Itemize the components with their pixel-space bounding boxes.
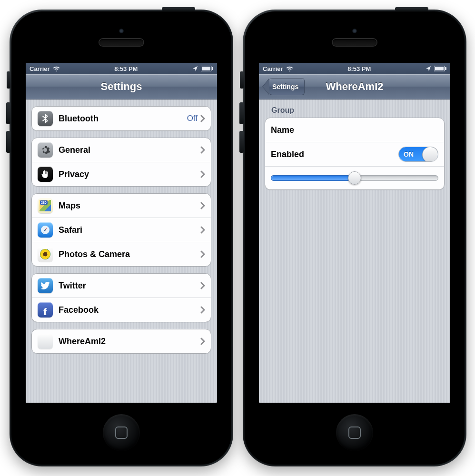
chevron-right-icon: [200, 250, 205, 258]
enabled-label: Enabled: [271, 149, 398, 159]
location-icon: [192, 66, 198, 71]
chevron-right-icon: [200, 282, 205, 289]
clock-label: 8:53 PM: [347, 65, 371, 72]
mute-switch[interactable]: [240, 71, 244, 89]
settings-row-photos-camera[interactable]: Photos & Camera: [32, 242, 211, 266]
wifi-icon: [53, 66, 60, 71]
row-slider: [265, 166, 444, 189]
row-label: WhereAmI2: [59, 337, 200, 347]
home-button[interactable]: [103, 414, 140, 451]
device-frame-right: Carrier 8:53 PM: [243, 10, 466, 466]
svg-point-4: [45, 229, 46, 230]
nav-title: WhereAmI2: [326, 80, 383, 93]
chevron-right-icon: [200, 337, 205, 345]
row-enabled: Enabled ON: [265, 142, 444, 166]
nav-bar: Settings WhereAmI2: [259, 74, 450, 99]
toggle-text: ON: [404, 150, 414, 158]
camera-sensor: [352, 29, 357, 33]
compass-icon: [38, 222, 53, 238]
value-slider[interactable]: [271, 175, 438, 181]
volume-down-button[interactable]: [6, 131, 10, 153]
bluetooth-icon: [38, 111, 53, 126]
photos-icon: [38, 247, 53, 262]
row-label: Photos & Camera: [59, 249, 200, 259]
group-header: Group: [271, 106, 441, 115]
volume-up-button[interactable]: [239, 102, 244, 124]
row-label: Maps: [59, 201, 200, 211]
gear-icon: [38, 142, 53, 158]
detail-panel: Group Name Enabled ON: [259, 99, 450, 403]
row-label: Privacy: [59, 169, 200, 179]
status-bar: Carrier 8:53 PM: [259, 63, 450, 74]
volume-up-button[interactable]: [6, 102, 10, 124]
settings-row-bluetooth[interactable]: BluetoothOff: [32, 107, 211, 130]
chevron-right-icon: [200, 306, 205, 314]
settings-row-safari[interactable]: Safari: [32, 218, 211, 242]
row-name[interactable]: Name: [265, 118, 444, 142]
mute-switch[interactable]: [7, 71, 10, 89]
row-value: Off: [187, 114, 198, 123]
back-label: Settings: [269, 78, 305, 95]
svg-rect-6: [435, 67, 444, 70]
row-label: Bluetooth: [59, 114, 187, 124]
facebook-icon: f: [38, 302, 53, 317]
hand-icon: [38, 167, 53, 182]
home-button[interactable]: [336, 414, 373, 451]
twitter-icon: [38, 278, 53, 293]
chevron-right-icon: [200, 226, 205, 234]
camera-sensor: [119, 29, 124, 33]
power-button[interactable]: [162, 7, 195, 11]
app-icon: [38, 334, 53, 349]
settings-row-facebook[interactable]: fFacebook: [32, 298, 211, 322]
device-frame-left: Carrier 8:53 PM Settings: [10, 10, 233, 466]
screen-left: Carrier 8:53 PM Settings: [26, 63, 217, 403]
settings-row-general[interactable]: General: [32, 138, 211, 162]
battery-icon: [434, 66, 446, 71]
settings-row-privacy[interactable]: Privacy: [32, 162, 211, 186]
row-label: Facebook: [59, 305, 200, 315]
row-label: General: [59, 145, 200, 155]
settings-list[interactable]: BluetoothOffGeneralPrivacyMapsSafariPhot…: [26, 99, 217, 403]
carrier-label: Carrier: [30, 65, 50, 72]
settings-row-whereami2[interactable]: WhereAmI2: [32, 329, 211, 353]
enabled-toggle[interactable]: ON: [398, 147, 438, 162]
wifi-icon: [286, 66, 293, 71]
chevron-right-icon: [200, 202, 205, 209]
chevron-right-icon: [200, 146, 205, 154]
chevron-right-icon: [200, 170, 205, 178]
location-icon: [426, 66, 431, 71]
battery-icon: [201, 66, 213, 71]
toggle-knob: [422, 147, 438, 162]
row-label: Safari: [59, 225, 200, 235]
maps-icon: [38, 198, 53, 213]
screen-right: Carrier 8:53 PM: [259, 63, 450, 403]
nav-title: Settings: [101, 80, 142, 93]
chevron-right-icon: [200, 115, 205, 122]
earpiece: [333, 39, 376, 46]
status-bar: Carrier 8:53 PM: [26, 63, 217, 74]
back-button[interactable]: Settings: [263, 79, 305, 95]
volume-down-button[interactable]: [239, 131, 244, 153]
settings-row-twitter[interactable]: Twitter: [32, 274, 211, 298]
svg-rect-7: [445, 67, 446, 70]
slider-knob: [348, 171, 361, 185]
svg-rect-2: [212, 67, 213, 70]
power-button[interactable]: [395, 7, 428, 11]
clock-label: 8:53 PM: [114, 65, 138, 72]
settings-row-maps[interactable]: Maps: [32, 194, 211, 218]
name-label: Name: [271, 125, 438, 135]
carrier-label: Carrier: [263, 65, 283, 72]
svg-rect-1: [202, 67, 210, 70]
nav-bar: Settings: [26, 74, 217, 99]
row-label: Twitter: [59, 281, 200, 291]
earpiece: [99, 39, 143, 46]
